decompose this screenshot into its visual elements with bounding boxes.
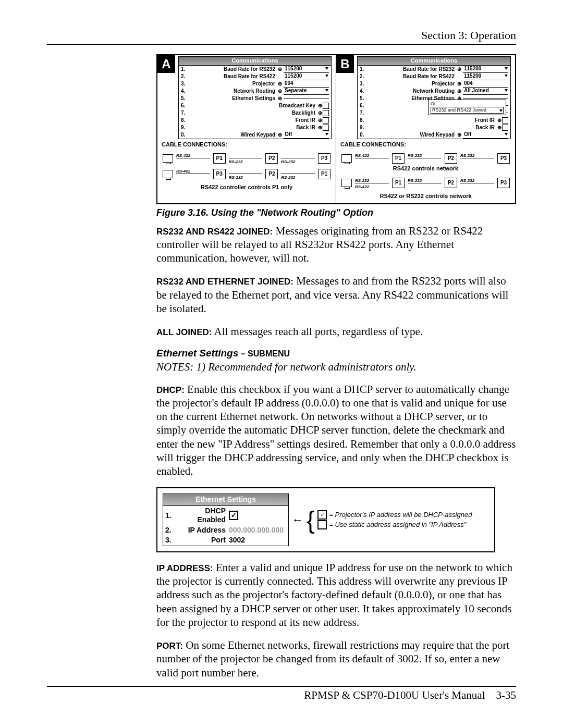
checkbox-empty-icon: [317, 520, 327, 529]
diagram-a: RS-422 P1 RS-232 P2 RS-232 P3 RS-422 P3 …: [163, 151, 331, 182]
comm-row: 4.Network Routing⊕All Joined: [358, 88, 510, 95]
brace-icon: {: [307, 511, 314, 529]
tooltip-routing-options: Or RS232 and RS422 Joined: [428, 100, 506, 115]
badge-a: A: [157, 55, 175, 73]
cable-connections-label: CABLE CONNECTIONS:: [162, 141, 336, 149]
comm-row: 3.Projector⊕004: [179, 80, 331, 88]
value-field[interactable]: Off: [463, 131, 508, 139]
p1-box: P1: [213, 153, 226, 164]
figure-panel-a: A Communications 1.Baud Rate for RS232⊕1…: [157, 55, 336, 203]
comm-row: 2.Baud Rate for RS422115200: [358, 73, 510, 80]
value-field[interactable]: Off: [284, 131, 329, 139]
comm-panel-b: Communications 1.Baud Rate for RS232⊕115…: [357, 56, 511, 139]
panel-title: Ethernet Settings: [163, 494, 288, 506]
legend: ✓ = Projector's IP address will be DHCP-…: [317, 510, 472, 530]
figure-network-routing: A Communications 1.Baud Rate for RS232⊕1…: [156, 54, 516, 204]
para-all-joined: ALL JOINED: All messages reach all ports…: [156, 325, 516, 338]
value-field[interactable]: Separate: [284, 88, 329, 95]
ethernet-settings-figure: Ethernet Settings 1.DHCP Enabled✓2.IP Ad…: [156, 487, 495, 552]
notes: NOTES: 1) Recommended for network admini…: [156, 360, 516, 374]
comm-row: 3.Projector⊕004: [358, 80, 510, 88]
checkbox-checked-icon: ✓: [317, 510, 327, 520]
value-field: 004: [463, 80, 508, 88]
ethernet-settings-heading: Ethernet Settings – SUBMENU: [156, 348, 516, 359]
checkbox-icon[interactable]: [502, 117, 508, 124]
arrow-left-icon: ←: [292, 513, 303, 527]
para-dhcp: DHCP: Enable this checkbox if you want a…: [156, 382, 516, 478]
section-header: Section 3: Operation: [47, 29, 516, 42]
eth-row: 2.IP Address000.000.000.000: [163, 525, 288, 536]
footer: RPMSP & CSP70-D100U User's Manual 3-35: [47, 686, 516, 702]
comm-row: 2.Baud Rate for RS422115200: [179, 73, 331, 80]
monitor-icon: [341, 154, 352, 163]
comm-title: Communications: [358, 57, 510, 66]
value-field[interactable]: All Joined: [463, 88, 508, 95]
comm-row: 5.Ethernet Settings⊕: [179, 95, 331, 102]
value-field[interactable]: 115200: [463, 73, 508, 80]
value-field[interactable]: 115200: [463, 66, 508, 73]
checkbox-icon[interactable]: [323, 125, 329, 131]
figure-caption: Figure 3.16. Using the "Network Routing"…: [156, 207, 516, 219]
checkbox-icon[interactable]: [502, 125, 508, 131]
checkbox-icon[interactable]: [323, 117, 329, 124]
eth-row: 3.Port3002: [163, 535, 288, 546]
eth-row: 1.DHCP Enabled✓: [163, 506, 288, 525]
checkbox-icon[interactable]: [323, 110, 329, 116]
dhcp-checkbox[interactable]: ✓: [229, 511, 238, 520]
header-rule: Section 3: Operation: [47, 29, 516, 45]
figure-panel-b: B Communications 1.Baud Rate for RS232⊕1…: [336, 55, 515, 203]
comm-row: 9.Back IR⊕: [358, 124, 510, 131]
para-port: PORT: On some Ethernet networks, firewal…: [156, 638, 516, 680]
comm-row: 0.Wired Keypad⊕Off: [358, 131, 510, 139]
comm-row: 1.Baud Rate for RS232⊕115200: [358, 66, 510, 73]
value-field[interactable]: 115200: [284, 73, 329, 80]
diagram-b: RS-422 P1 RS-232 P2 RS-232 P3 RS422 cont…: [341, 151, 510, 191]
page: Section 3: Operation A Communications 1.…: [0, 0, 563, 728]
comm-title: Communications: [179, 57, 331, 66]
ethernet-settings-panel: Ethernet Settings 1.DHCP Enabled✓2.IP Ad…: [163, 493, 289, 546]
p3-box: P3: [318, 153, 331, 164]
wire: RS-422: [176, 158, 210, 158]
caption-a: RS422 controller controls P1 only: [157, 184, 336, 191]
p2-box: P2: [265, 153, 278, 164]
checkbox-icon[interactable]: [323, 103, 329, 109]
value-field: [463, 98, 508, 98]
monitor-icon: [163, 154, 173, 163]
para-rs232-ethernet: RS232 AND ETHERNET JOINED: Messages to a…: [156, 274, 516, 315]
comm-row: 1.Baud Rate for RS232⊕115200: [179, 66, 331, 73]
caption-b1: RS422 controls network: [341, 165, 510, 172]
value-field: 004: [284, 80, 329, 88]
comm-row: 9.Back IR⊕: [179, 124, 331, 131]
comm-row: 8.Front IR⊕: [179, 117, 331, 124]
tooltip-option[interactable]: RS232 and RS422 Joined: [431, 107, 504, 114]
comm-row: 0.Wired Keypad⊕Off: [179, 131, 331, 139]
monitor-icon: [163, 170, 173, 178]
value-field[interactable]: 115200: [284, 66, 329, 73]
comm-row: 8.Front IR⊕: [358, 117, 510, 124]
caption-b2: RS422 or RS232 controls network: [336, 193, 515, 200]
comm-row: 6.Broadcast Key⊕: [179, 102, 331, 109]
comm-panel-a: Communications 1.Baud Rate for RS232⊕115…: [178, 56, 332, 139]
monitor-icon: [341, 179, 352, 187]
badge-b: B: [336, 55, 354, 73]
para-rs232-rs422: RS232 AND RS422 JOINED: Messages origina…: [156, 224, 516, 265]
value-field: [284, 98, 329, 98]
para-ip-address: IP ADDRESS: Enter a valid and unique IP …: [156, 561, 516, 629]
comm-row: 4.Network Routing⊕Separate: [179, 88, 331, 95]
comm-row: 7.Backlight⊕: [179, 109, 331, 117]
body-column: A Communications 1.Baud Rate for RS232⊕1…: [156, 54, 516, 680]
cable-connections-label: CABLE CONNECTIONS:: [340, 141, 515, 149]
